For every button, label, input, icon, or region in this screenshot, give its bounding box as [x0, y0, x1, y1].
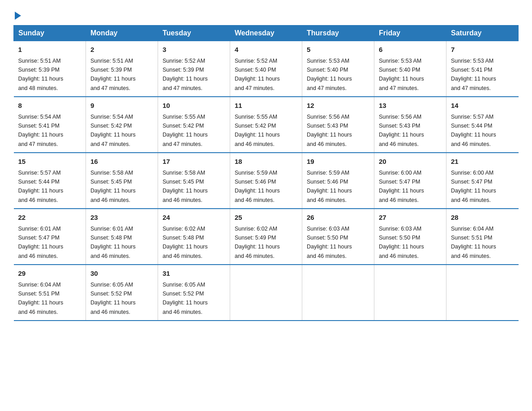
daylight-cont-text: and 47 minutes. [379, 85, 419, 91]
sunset-text: Sunset: 5:40 PM [235, 67, 276, 73]
day-number: 4 [235, 45, 297, 55]
sunrise-text: Sunrise: 6:00 AM [451, 170, 493, 176]
logo-triangle-icon [15, 12, 21, 20]
day-number: 14 [451, 101, 514, 111]
col-header-friday: Friday [374, 26, 446, 41]
daylight-text: Daylight: 11 hours [379, 132, 424, 138]
sunset-text: Sunset: 5:43 PM [307, 123, 348, 129]
day-info: Sunrise: 5:54 AMSunset: 5:42 PMDaylight:… [90, 114, 136, 147]
sunset-text: Sunset: 5:44 PM [451, 123, 492, 129]
day-number: 31 [163, 269, 225, 279]
day-number: 3 [163, 45, 225, 55]
day-number: 5 [307, 45, 369, 55]
calendar-cell: 7Sunrise: 5:53 AMSunset: 5:41 PMDaylight… [446, 41, 519, 97]
sunrise-text: Sunrise: 5:55 AM [163, 114, 205, 120]
daylight-text: Daylight: 11 hours [451, 188, 496, 194]
calendar-cell: 19Sunrise: 5:59 AMSunset: 5:46 PMDayligh… [302, 153, 374, 209]
day-number: 24 [163, 213, 225, 223]
sunset-text: Sunset: 5:49 PM [235, 235, 276, 241]
daylight-cont-text: and 47 minutes. [90, 85, 130, 91]
daylight-cont-text: and 47 minutes. [235, 85, 275, 91]
daylight-cont-text: and 48 minutes. [18, 85, 58, 91]
daylight-cont-text: and 46 minutes. [18, 309, 58, 315]
day-number: 10 [163, 101, 225, 111]
daylight-cont-text: and 46 minutes. [90, 253, 130, 259]
sunset-text: Sunset: 5:51 PM [451, 235, 492, 241]
sunset-text: Sunset: 5:42 PM [235, 123, 276, 129]
day-info: Sunrise: 5:54 AMSunset: 5:41 PMDaylight:… [18, 114, 64, 147]
day-number: 2 [90, 45, 153, 55]
day-info: Sunrise: 6:01 AMSunset: 5:47 PMDaylight:… [18, 226, 64, 259]
daylight-cont-text: and 46 minutes. [163, 309, 202, 315]
daylight-cont-text: and 46 minutes. [307, 141, 347, 147]
calendar-cell: 6Sunrise: 5:53 AMSunset: 5:40 PMDaylight… [374, 41, 446, 97]
day-number: 7 [451, 45, 514, 55]
day-number: 6 [379, 45, 442, 55]
calendar-cell: 24Sunrise: 6:02 AMSunset: 5:48 PMDayligh… [158, 209, 230, 265]
sunrise-text: Sunrise: 6:02 AM [163, 226, 205, 232]
day-info: Sunrise: 5:59 AMSunset: 5:46 PMDaylight:… [235, 170, 280, 203]
daylight-text: Daylight: 11 hours [379, 188, 424, 194]
daylight-cont-text: and 47 minutes. [18, 141, 58, 147]
daylight-text: Daylight: 11 hours [451, 76, 496, 82]
sunrise-text: Sunrise: 5:57 AM [451, 114, 493, 120]
calendar-cell: 13Sunrise: 5:56 AMSunset: 5:43 PMDayligh… [374, 97, 446, 153]
sunrise-text: Sunrise: 5:57 AM [18, 170, 61, 176]
sunset-text: Sunset: 5:52 PM [163, 291, 204, 297]
day-info: Sunrise: 5:56 AMSunset: 5:43 PMDaylight:… [379, 114, 424, 147]
sunset-text: Sunset: 5:52 PM [90, 291, 132, 297]
col-header-monday: Monday [86, 26, 158, 41]
daylight-text: Daylight: 11 hours [18, 188, 64, 194]
calendar-cell: 17Sunrise: 5:58 AMSunset: 5:45 PMDayligh… [158, 153, 230, 209]
daylight-text: Daylight: 11 hours [307, 76, 352, 82]
day-info: Sunrise: 5:51 AMSunset: 5:39 PMDaylight:… [90, 58, 136, 91]
day-number: 15 [18, 157, 82, 167]
day-number: 17 [163, 157, 225, 167]
calendar-cell [446, 265, 519, 321]
day-info: Sunrise: 5:53 AMSunset: 5:40 PMDaylight:… [307, 58, 352, 91]
daylight-text: Daylight: 11 hours [18, 76, 64, 82]
daylight-cont-text: and 47 minutes. [163, 85, 202, 91]
calendar-cell: 29Sunrise: 6:04 AMSunset: 5:51 PMDayligh… [14, 265, 86, 321]
calendar-cell: 30Sunrise: 6:05 AMSunset: 5:52 PMDayligh… [86, 265, 158, 321]
sunrise-text: Sunrise: 6:05 AM [90, 282, 133, 288]
day-info: Sunrise: 5:57 AMSunset: 5:44 PMDaylight:… [18, 170, 64, 203]
sunrise-text: Sunrise: 5:53 AM [307, 58, 349, 64]
day-number: 9 [90, 101, 153, 111]
calendar-week-row: 29Sunrise: 6:04 AMSunset: 5:51 PMDayligh… [14, 265, 519, 321]
sunset-text: Sunset: 5:42 PM [90, 123, 132, 129]
calendar-cell: 3Sunrise: 5:52 AMSunset: 5:39 PMDaylight… [158, 41, 230, 97]
calendar-week-row: 8Sunrise: 5:54 AMSunset: 5:41 PMDaylight… [14, 97, 519, 153]
calendar-cell: 4Sunrise: 5:52 AMSunset: 5:40 PMDaylight… [230, 41, 302, 97]
calendar-header-row: SundayMondayTuesdayWednesdayThursdayFrid… [14, 26, 519, 41]
sunrise-text: Sunrise: 5:53 AM [451, 58, 493, 64]
daylight-cont-text: and 47 minutes. [307, 85, 347, 91]
daylight-text: Daylight: 11 hours [379, 76, 424, 82]
col-header-sunday: Sunday [14, 26, 86, 41]
daylight-cont-text: and 46 minutes. [307, 253, 347, 259]
daylight-cont-text: and 46 minutes. [235, 197, 275, 203]
sunset-text: Sunset: 5:47 PM [379, 179, 420, 185]
daylight-cont-text: and 46 minutes. [379, 197, 419, 203]
sunrise-text: Sunrise: 5:56 AM [379, 114, 421, 120]
calendar-cell: 27Sunrise: 6:03 AMSunset: 5:50 PMDayligh… [374, 209, 446, 265]
day-info: Sunrise: 5:59 AMSunset: 5:46 PMDaylight:… [307, 170, 352, 203]
daylight-text: Daylight: 11 hours [163, 244, 208, 250]
daylight-text: Daylight: 11 hours [451, 132, 496, 138]
daylight-text: Daylight: 11 hours [90, 76, 136, 82]
sunset-text: Sunset: 5:50 PM [379, 235, 420, 241]
day-number: 28 [451, 213, 514, 223]
daylight-text: Daylight: 11 hours [90, 300, 136, 306]
daylight-text: Daylight: 11 hours [451, 244, 496, 250]
day-number: 8 [18, 101, 82, 111]
sunset-text: Sunset: 5:44 PM [18, 179, 60, 185]
daylight-text: Daylight: 11 hours [307, 188, 352, 194]
calendar-cell: 18Sunrise: 5:59 AMSunset: 5:46 PMDayligh… [230, 153, 302, 209]
daylight-cont-text: and 46 minutes. [235, 253, 275, 259]
daylight-text: Daylight: 11 hours [307, 132, 352, 138]
day-info: Sunrise: 6:02 AMSunset: 5:48 PMDaylight:… [163, 226, 208, 259]
logo-block [13, 12, 21, 21]
sunrise-text: Sunrise: 5:59 AM [235, 170, 277, 176]
sunrise-text: Sunrise: 5:58 AM [163, 170, 205, 176]
sunrise-text: Sunrise: 6:02 AM [235, 226, 277, 232]
